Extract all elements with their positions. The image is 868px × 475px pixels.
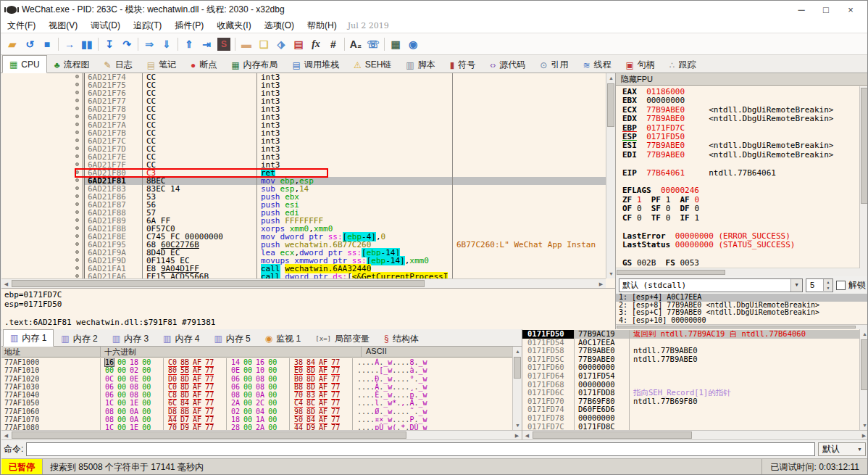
dump-row[interactable]: 77AF107008000A00A4D7AF7718001A005084AF77…: [1, 416, 512, 424]
stack-row[interactable]: 0171FD640171FD54: [522, 372, 859, 381]
tab-threads[interactable]: ≋线程: [575, 57, 618, 73]
register-line[interactable]: EIP 77B64061 ntdll.77B64061: [622, 169, 868, 178]
argument-row[interactable]: 1: [esp+4] A0C17EEA: [616, 294, 868, 302]
calculator-icon[interactable]: ▦: [387, 36, 404, 53]
dump-row[interactable]: 77AF10200C000E00D08DAF7706000800B08DAF77…: [1, 375, 512, 383]
tab-notes[interactable]: ▤笔记: [140, 57, 183, 73]
dump-row[interactable]: 77AF106008000A00D88BAF7702000400988DAF77…: [1, 408, 512, 416]
strings-icon[interactable]: A₂: [347, 36, 364, 53]
argument-count-stepper[interactable]: 5 ▲▼: [806, 278, 833, 292]
breakpoint-dot-icon[interactable]: [75, 115, 79, 118]
breakpoint-dot-icon[interactable]: [75, 274, 79, 278]
dump-row[interactable]: 77AF103006000800C08DAF7706000800B88DAF77…: [1, 383, 512, 391]
execute-till-return-icon[interactable]: ⇑: [180, 36, 198, 53]
command-mode-select[interactable]: 默认 ▼: [818, 442, 866, 456]
arguments-hscrollbar[interactable]: [616, 324, 868, 329]
step-down-icon[interactable]: ⇓: [158, 36, 175, 53]
stack-row[interactable]: 0171FD54A0C17EEA: [522, 339, 859, 347]
menu-item-4[interactable]: 插件(P): [168, 20, 210, 32]
step-over-icon[interactable]: ↷: [118, 36, 135, 53]
maximize-button[interactable]: □: [814, 1, 838, 18]
breakpoint-dot-icon[interactable]: [75, 250, 79, 254]
tab-handles[interactable]: ▣句柄: [618, 57, 662, 73]
stack-row[interactable]: 0171FD5877B9ABE0ntdll.77B9ABE0: [522, 347, 859, 355]
stack-hscrollbar[interactable]: ◀ ▶: [522, 430, 868, 439]
stack-row[interactable]: 0171FD7077B69F80ntdll.77B69F80: [522, 397, 859, 406]
tab-cpu[interactable]: ▦CPU: [2, 55, 47, 73]
dump-row[interactable]: 77AF100016001800C08BAF77140016003884AF77…: [1, 358, 512, 366]
command-input[interactable]: [26, 442, 815, 456]
register-line[interactable]: GS 002B FS 0053: [622, 259, 868, 268]
tab-dump-4[interactable]: ▥内存 4: [156, 331, 206, 346]
stop-icon[interactable]: ■: [38, 36, 56, 53]
breakpoint-dot-icon[interactable]: [75, 170, 79, 174]
breakpoint-dot-icon[interactable]: [75, 107, 79, 110]
stack-row[interactable]: 0171FD5077B9AC19返回到 ntdll.77B9AC19 自 ntd…: [522, 330, 859, 339]
tab-struct[interactable]: §结构体: [377, 331, 426, 346]
breakpoint-dot-icon[interactable]: [75, 266, 79, 270]
breakpoint-dot-icon[interactable]: [75, 218, 79, 222]
breakpoint-dot-icon[interactable]: [75, 154, 79, 158]
registers-hscrollbar[interactable]: [616, 268, 868, 276]
stack-row[interactable]: 0171FD6000000000: [522, 363, 859, 372]
tab-call-stack[interactable]: ▤调用堆栈: [285, 57, 346, 73]
dump-row[interactable]: 77AF10501C001E006C84AF772A002C00C48CAF77…: [1, 399, 512, 407]
run-to-user-code-icon[interactable]: ⇥: [198, 36, 215, 53]
patches-icon[interactable]: ▬: [238, 36, 255, 53]
disassembly-hscrollbar[interactable]: ◀ ▶: [1, 278, 606, 288]
dump-row[interactable]: 77AF101000000200805BAF770E001000E08DAF77…: [1, 366, 512, 374]
register-line[interactable]: EDI 77B9ABE0 <ntdll.DbgUiRemoteBreakin>: [622, 151, 868, 160]
stack-row[interactable]: 0171FD74D60FE6D6: [522, 405, 859, 414]
argument-row[interactable]: 4: [esp+10] 00000000: [616, 317, 868, 325]
breakpoint-dot-icon[interactable]: [75, 83, 79, 86]
tab-dump-2[interactable]: ▥内存 2: [54, 331, 104, 346]
run-to-cursor-icon[interactable]: ⇒: [141, 36, 158, 53]
menu-item-0[interactable]: 文件(F): [1, 20, 42, 32]
tab-watch-1[interactable]: ◉监视 1: [258, 331, 309, 346]
tab-graph[interactable]: ♣流程图: [47, 57, 97, 73]
comments-icon[interactable]: ❑: [255, 36, 272, 53]
step-into-icon[interactable]: ↧: [101, 36, 118, 53]
breakpoint-dot-icon[interactable]: [75, 131, 79, 134]
breakpoint-dot-icon[interactable]: [75, 146, 79, 150]
modules-icon[interactable]: ☏: [364, 36, 382, 53]
stack-row[interactable]: 0171FD6C0171FDD8指向SEH_Record[1]的指针: [522, 389, 859, 397]
registers-vscrollbar[interactable]: [859, 86, 868, 268]
breakpoint-dot-icon[interactable]: [75, 91, 79, 94]
breakpoint-dot-icon[interactable]: [75, 226, 79, 230]
menu-item-1[interactable]: 视图(V): [42, 20, 84, 32]
disasm-row[interactable]: 6AD21FA6FF15 ACD5566Bcall dword ptr ds:[…: [1, 273, 606, 278]
argument-row[interactable]: 3: [esp+C] 77B9ABE0 <ntdll.DbgUiRemoteBr…: [616, 309, 868, 317]
register-line[interactable]: CF 0 TF 0 IF 1: [622, 214, 868, 223]
breakpoint-dot-icon[interactable]: [75, 75, 79, 78]
hide-fpu-button[interactable]: 隐藏FPU: [616, 73, 868, 86]
breakpoint-dot-icon[interactable]: [75, 139, 79, 142]
functions-icon[interactable]: fx: [307, 36, 325, 53]
dump-row[interactable]: 77AF104006000800C88DAF7708000A007083AF77…: [1, 391, 512, 399]
tab-symbols[interactable]: ▮符号: [443, 57, 483, 73]
breakpoint-dot-icon[interactable]: [75, 242, 79, 246]
dump-vscrollbar[interactable]: ▲ ▼: [512, 347, 522, 430]
open-file-icon[interactable]: ▰: [4, 36, 21, 53]
pause-icon[interactable]: ▮▮: [78, 36, 96, 53]
labels-icon[interactable]: ⬗: [272, 36, 290, 53]
breakpoint-dot-icon[interactable]: [75, 162, 79, 166]
breakpoint-dot-icon[interactable]: [75, 210, 79, 214]
menu-item-5[interactable]: 收藏夹(I): [210, 20, 257, 32]
dump-row[interactable]: 77AF10801C001E0070D9AF7728002A0044D9AF77…: [1, 424, 512, 430]
breakpoint-dot-icon[interactable]: [75, 186, 79, 190]
minimize-button[interactable]: ─: [789, 1, 814, 18]
unlock-checkbox[interactable]: [836, 281, 846, 290]
menu-item-2[interactable]: 调试(D): [84, 20, 127, 32]
bookmarks-icon[interactable]: ▤: [290, 36, 307, 53]
chevron-down-icon[interactable]: ▼: [790, 279, 802, 292]
breakpoint-dot-icon[interactable]: [75, 99, 79, 102]
scylla-icon[interactable]: S: [215, 36, 233, 53]
preferences-globe-icon[interactable]: ◉: [404, 36, 422, 53]
breakpoint-dot-icon[interactable]: [75, 258, 79, 262]
tab-dump-5[interactable]: ▥内存 5: [206, 331, 257, 346]
tab-dump-1[interactable]: ▥内存 1: [3, 329, 54, 347]
tab-references[interactable]: ⊙引用: [533, 57, 575, 73]
tab-dump-3[interactable]: ▥内存 3: [105, 331, 156, 346]
menu-item-3[interactable]: 追踪(T): [127, 20, 168, 32]
